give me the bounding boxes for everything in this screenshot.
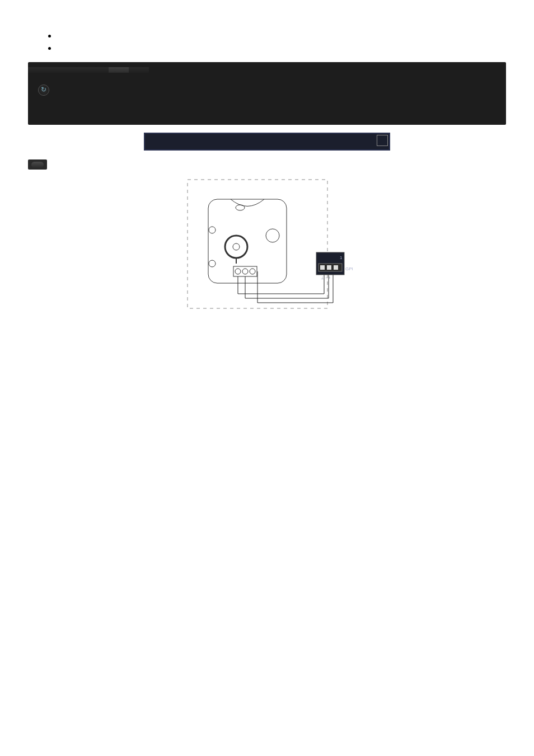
svg-point-6 (209, 260, 216, 267)
bullet-2 (57, 43, 506, 54)
gpi-badge-value (31, 162, 44, 168)
svg-point-8 (235, 269, 241, 274)
svg-point-2 (225, 236, 247, 258)
tab-inputs[interactable] (28, 67, 48, 73)
svg-text:1: 1 (340, 255, 343, 260)
tab-matrix[interactable] (48, 67, 68, 73)
svg-point-11 (266, 229, 279, 242)
svg-point-5 (209, 227, 216, 233)
svg-rect-7 (233, 266, 257, 276)
gpi-port-description (28, 158, 506, 170)
gpis-gpos-panel: ↻ (28, 62, 506, 125)
svg-rect-14 (320, 265, 325, 270)
tab-outputs[interactable] (68, 67, 88, 73)
tab-gpis-gpos[interactable] (109, 67, 129, 73)
bullet-1 (57, 30, 506, 41)
tab-remotes[interactable] (129, 67, 149, 73)
gpi-reading-badge (28, 159, 47, 170)
svg-rect-16 (334, 265, 338, 270)
tab-pagers[interactable] (88, 67, 109, 73)
svg-point-9 (242, 269, 248, 274)
svg-rect-15 (327, 265, 331, 270)
svg-point-20 (236, 205, 245, 210)
potentiometer-wiring-diagram: 1 GPI ⊥ ↑ + (175, 174, 359, 320)
rear-connector-strip (144, 133, 390, 151)
svg-point-10 (250, 269, 255, 274)
panel-tabs (28, 62, 506, 78)
svg-text:GPI: GPI (345, 266, 353, 271)
svg-text:⊥ ↑ +: ⊥ ↑ + (321, 276, 330, 280)
svg-point-3 (233, 243, 240, 250)
function-list (57, 30, 506, 54)
refresh-icon[interactable]: ↻ (38, 84, 49, 96)
svg-rect-1 (208, 199, 287, 283)
fuse-icon (377, 135, 388, 146)
